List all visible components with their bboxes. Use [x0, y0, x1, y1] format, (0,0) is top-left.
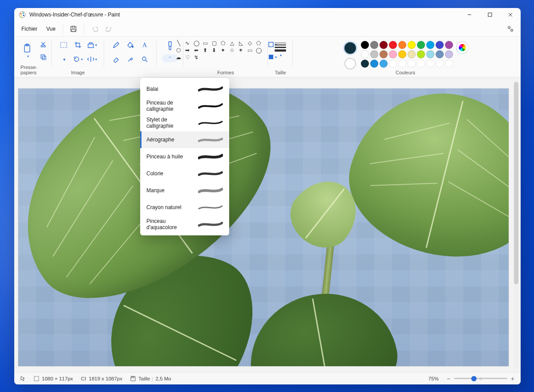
- edit-colors-button[interactable]: [457, 42, 468, 53]
- shape-curve-icon[interactable]: ∿: [184, 40, 191, 46]
- palette-swatch[interactable]: [389, 50, 397, 58]
- settings-button[interactable]: [503, 23, 518, 35]
- maximize-button[interactable]: [480, 8, 500, 21]
- shape-rect-icon[interactable]: ▭: [202, 40, 209, 46]
- palette-swatch[interactable]: [417, 41, 425, 49]
- shape-pentagon-icon[interactable]: ⬠: [255, 40, 262, 46]
- palette-swatch[interactable]: [426, 41, 434, 49]
- size-button[interactable]: ▾: [274, 39, 287, 59]
- shapes-gallery[interactable]: ╲ ∿ ◯ ▭ ▢ ⬠ △ ◺ ◇ ⬠ ⬡ ➡ ⬅ ⬆ ⬇ ✦ ☆: [173, 39, 264, 61]
- palette-swatch[interactable]: [445, 41, 453, 49]
- minimize-button[interactable]: [459, 8, 480, 21]
- copy-button[interactable]: [37, 52, 49, 62]
- shape-6star-icon[interactable]: ✶: [237, 47, 244, 53]
- shape-callout3-icon[interactable]: ☁: [175, 54, 182, 61]
- brush-menu-item[interactable]: Colorie: [140, 165, 229, 182]
- palette-swatch[interactable]: [408, 50, 416, 58]
- brush-menu-item[interactable]: Stylet de calligraphie: [140, 114, 229, 131]
- text-tool[interactable]: A: [138, 39, 151, 51]
- svg-rect-29: [132, 376, 134, 378]
- palette-swatch[interactable]: [370, 41, 378, 49]
- palette-swatch[interactable]: [380, 50, 388, 58]
- svg-rect-20: [61, 42, 67, 48]
- eraser-tool[interactable]: [110, 53, 122, 65]
- resize-button[interactable]: ▾: [86, 39, 98, 51]
- shape-arrow-r-icon[interactable]: ➡: [184, 47, 191, 53]
- palette-swatch-empty[interactable]: [417, 60, 425, 68]
- shape-heart-icon[interactable]: ♡: [184, 54, 191, 61]
- palette-swatch[interactable]: [370, 60, 378, 68]
- select-button[interactable]: [57, 39, 70, 51]
- magnifier-tool[interactable]: [138, 53, 151, 65]
- palette-swatch-empty[interactable]: [408, 60, 416, 68]
- canvas[interactable]: [18, 88, 509, 367]
- menu-view[interactable]: Vue: [42, 23, 60, 35]
- save-button[interactable]: [66, 23, 81, 35]
- undo-button[interactable]: [87, 23, 102, 35]
- palette-swatch[interactable]: [436, 50, 444, 58]
- palette-swatch[interactable]: [417, 50, 425, 58]
- palette-swatch[interactable]: [370, 50, 378, 58]
- shape-oval-icon[interactable]: ◯: [193, 40, 200, 46]
- brush-menu-item[interactable]: Pinceau à huile: [140, 148, 229, 165]
- palette-swatch[interactable]: [380, 60, 388, 68]
- shape-4star-icon[interactable]: ✦: [219, 47, 227, 53]
- palette-swatch[interactable]: [361, 60, 369, 68]
- palette-swatch[interactable]: [445, 50, 453, 58]
- close-button[interactable]: [500, 8, 521, 21]
- shape-roundrect-icon[interactable]: ▢: [210, 40, 218, 46]
- brush-menu-item[interactable]: Aérographe: [140, 131, 229, 148]
- shape-rtriangle-icon[interactable]: ◺: [237, 40, 244, 46]
- paste-button[interactable]: ▾: [20, 39, 36, 62]
- picker-tool[interactable]: [124, 53, 137, 65]
- fill-tool[interactable]: [124, 39, 137, 51]
- pencil-tool[interactable]: [110, 39, 122, 51]
- shape-polygon-icon[interactable]: ⬠: [219, 40, 227, 46]
- shape-callout1-icon[interactable]: ▭: [246, 47, 253, 53]
- palette-swatch-empty[interactable]: [445, 60, 453, 68]
- select-dropdown[interactable]: ▾: [57, 53, 70, 65]
- shape-line-icon[interactable]: ╲: [175, 40, 182, 46]
- palette-swatch[interactable]: [361, 41, 369, 49]
- shape-arrow-l-icon[interactable]: ⬅: [193, 47, 200, 53]
- palette-swatch[interactable]: [436, 41, 444, 49]
- palette-swatch[interactable]: [408, 41, 416, 49]
- zoom-out-icon[interactable]: −: [447, 375, 450, 382]
- shape-arrow-u-icon[interactable]: ⬆: [202, 47, 209, 53]
- color2-swatch[interactable]: [344, 58, 356, 69]
- palette-swatch[interactable]: [380, 41, 388, 49]
- palette-swatch[interactable]: [426, 50, 434, 58]
- shape-bolt-icon[interactable]: ↯: [193, 54, 200, 61]
- shape-triangle-icon[interactable]: △: [228, 40, 235, 46]
- shape-5star-icon[interactable]: ☆: [228, 47, 235, 53]
- palette-swatch[interactable]: [361, 50, 369, 58]
- redo-button[interactable]: [102, 23, 117, 35]
- shape-hexagon-icon[interactable]: ⬡: [175, 47, 182, 53]
- palette-swatch[interactable]: [389, 41, 397, 49]
- brush-menu-item[interactable]: Pinceau d'aquacolore: [140, 216, 229, 233]
- palette-swatch[interactable]: [398, 41, 406, 49]
- status-cursor-tool: [20, 376, 26, 381]
- canvas-area: [14, 77, 521, 372]
- color1-swatch[interactable]: [343, 41, 357, 55]
- crop-button[interactable]: [72, 39, 84, 51]
- brush-menu-item[interactable]: Crayon naturel: [140, 199, 229, 216]
- brush-menu-item[interactable]: Pinceau de calligraphie: [140, 97, 229, 114]
- shape-diamond-icon[interactable]: ◇: [246, 40, 253, 46]
- palette-swatch-empty[interactable]: [398, 60, 406, 68]
- brush-menu-item[interactable]: Marque: [140, 182, 229, 199]
- brush-menu-item[interactable]: Balai: [140, 81, 229, 97]
- cut-button[interactable]: [37, 39, 49, 50]
- palette-swatch[interactable]: [398, 50, 406, 58]
- vertical-scrollbar[interactable]: [514, 80, 519, 369]
- palette-swatch-empty[interactable]: [436, 60, 444, 68]
- shape-arrow-d-icon[interactable]: ⬇: [210, 47, 218, 53]
- menu-file[interactable]: Fichier: [17, 23, 42, 35]
- zoom-slider[interactable]: − +: [447, 375, 514, 382]
- shape-callout2-icon[interactable]: ◯: [255, 47, 262, 53]
- palette-swatch-empty[interactable]: [389, 60, 397, 68]
- zoom-in-icon[interactable]: +: [511, 375, 514, 382]
- flip-button[interactable]: ▾: [86, 53, 98, 65]
- rotate-button[interactable]: ▾: [72, 53, 84, 65]
- palette-swatch-empty[interactable]: [426, 60, 434, 68]
